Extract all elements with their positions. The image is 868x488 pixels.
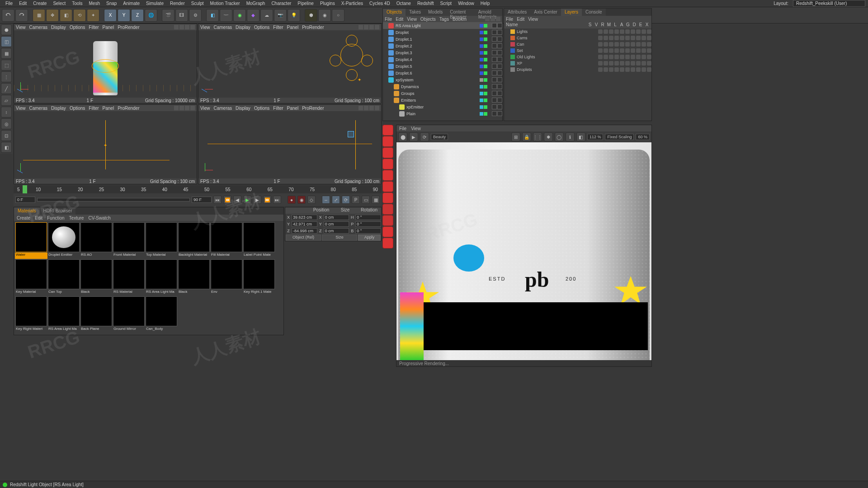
vp-menu-panel[interactable]: Panel xyxy=(103,106,114,111)
timeline-ruler[interactable]: 51015202530354045505560657075808590 xyxy=(14,185,382,193)
material-item[interactable]: Can_Body xyxy=(145,296,178,333)
vp-nav-icon[interactable] xyxy=(185,25,189,29)
prev-frame-button[interactable]: ◀ xyxy=(233,196,241,204)
material-item[interactable]: Key Right Materi xyxy=(15,296,47,333)
size-mode-dropdown[interactable]: Size xyxy=(322,235,357,241)
material-item[interactable]: RS Area Light Ma xyxy=(145,259,178,296)
workplane2-button[interactable]: ◧ xyxy=(1,142,12,153)
tab-console[interactable]: Console xyxy=(582,9,606,16)
viewport-front[interactable]: ViewCamerasDisplayOptionsFilterPanelProR… xyxy=(198,104,382,184)
rv-menu-view[interactable]: View xyxy=(411,126,421,131)
object-row[interactable]: xpEmitter xyxy=(383,103,502,110)
rv-pct-field[interactable]: 60 % xyxy=(636,134,650,140)
vp-nav-icon[interactable] xyxy=(364,25,368,29)
menu-simulate[interactable]: Simulate xyxy=(143,1,166,6)
menu-script[interactable]: Script xyxy=(438,1,455,6)
vp-nav-icon[interactable] xyxy=(185,106,189,110)
vp-menu-filter[interactable]: Filter xyxy=(273,25,283,30)
light-target-circle[interactable] xyxy=(346,69,358,81)
menu-animate[interactable]: Animate xyxy=(120,1,142,6)
live-select-button[interactable]: ▦ xyxy=(33,9,45,22)
vp-nav-icon[interactable] xyxy=(369,25,374,29)
object-tree[interactable]: RS Area LightDropletDroplet.1Droplet.2Dr… xyxy=(383,22,502,122)
material-item[interactable]: Env xyxy=(210,259,243,296)
rs-proxy-button[interactable] xyxy=(382,192,393,203)
vp-menu-view[interactable]: View xyxy=(16,106,26,111)
path-icon[interactable] xyxy=(496,17,500,21)
vp-menu-panel[interactable]: Panel xyxy=(287,106,299,111)
add-cube-button[interactable]: ◧ xyxy=(206,9,219,22)
enable-axis-button[interactable]: ↕ xyxy=(1,107,12,117)
layer-row[interactable]: Can xyxy=(504,41,651,47)
undo-button[interactable] xyxy=(2,9,14,22)
add-camera-button[interactable]: 📷 xyxy=(274,9,287,22)
menu-plugins[interactable]: Plugins xyxy=(317,1,338,6)
filter-icon[interactable] xyxy=(491,17,495,21)
scale-button[interactable]: ◧ xyxy=(60,9,72,22)
material-item[interactable]: Can Top xyxy=(47,259,80,296)
object-row[interactable]: xpSystem xyxy=(383,76,502,83)
add-spline-button[interactable]: 〰 xyxy=(220,9,232,22)
material-item[interactable]: Black xyxy=(178,259,210,296)
material-item[interactable]: Front Material xyxy=(113,222,145,259)
rv-info-button[interactable]: ℹ xyxy=(566,132,575,141)
menu-select[interactable]: Select xyxy=(50,1,68,6)
octane-button[interactable]: ⬢ xyxy=(305,9,317,22)
material-item[interactable]: Water xyxy=(15,222,47,259)
menu-motiontracker[interactable]: Motion Tracker xyxy=(208,1,243,6)
layout-dropdown[interactable]: Redshift_Peekskill (User) xyxy=(793,0,865,7)
h-rot-field[interactable]: 0 ° xyxy=(355,215,381,220)
rs-ipr-button[interactable] xyxy=(382,136,393,147)
object-row[interactable]: Droplet.4 xyxy=(383,56,502,63)
layer-row[interactable]: Lights xyxy=(504,28,651,35)
vp-nav-icon[interactable] xyxy=(179,106,184,110)
vp-menu-display[interactable]: Display xyxy=(236,106,250,111)
light-target-circle[interactable] xyxy=(330,55,341,66)
object-row[interactable]: Groups xyxy=(383,90,502,97)
lastused-button[interactable]: ✦ xyxy=(87,9,99,22)
menu-pipeline[interactable]: Pipeline xyxy=(295,1,316,6)
tab-attributes[interactable]: Attributes xyxy=(504,9,530,16)
vp-nav-icon[interactable] xyxy=(359,25,363,29)
vp-nav-icon[interactable] xyxy=(364,106,368,110)
tab-materials[interactable]: Materials xyxy=(14,207,40,215)
rs-light-button[interactable] xyxy=(382,170,393,181)
vp-nav-icon[interactable] xyxy=(179,25,184,29)
object-row[interactable]: RS Area Light xyxy=(383,22,502,29)
rv-pass-dropdown[interactable]: Beauty xyxy=(431,134,448,140)
obj-menu-bookmarks[interactable]: Bookm xyxy=(453,17,467,22)
light-target-circle[interactable] xyxy=(340,44,363,66)
vp-nav-icon[interactable] xyxy=(174,106,179,110)
search-icon[interactable] xyxy=(485,17,490,21)
play-button[interactable]: ▶ xyxy=(243,196,251,204)
vp-menu-prorender[interactable]: ProRender xyxy=(302,106,324,111)
selection-gizmo[interactable] xyxy=(92,59,119,73)
y-axis-button[interactable]: Y xyxy=(118,9,130,22)
tab-takes[interactable]: Takes xyxy=(406,9,425,16)
y-pos-field[interactable]: 42.971 cm xyxy=(292,221,317,227)
object-row[interactable]: Plain xyxy=(383,110,502,117)
vp-menu-options[interactable]: Options xyxy=(70,25,85,30)
render-settings-button[interactable]: ⚙ xyxy=(189,9,202,22)
object-mode-dropdown[interactable]: Object (Rel) xyxy=(286,235,321,241)
object-row[interactable]: Dynamics xyxy=(383,83,502,90)
p-rot-field[interactable]: 0 ° xyxy=(355,221,381,227)
vp-menu-view[interactable]: View xyxy=(200,25,210,30)
rv-bucket-icon[interactable]: ✱ xyxy=(544,132,553,141)
material-item[interactable]: Back Plane xyxy=(80,296,113,333)
layer-row[interactable]: XP xyxy=(504,60,651,66)
poly-mode-button[interactable]: ▱ xyxy=(1,95,12,106)
vp-nav-icon[interactable] xyxy=(190,25,195,29)
end-frame-field[interactable]: 90 F xyxy=(192,197,212,203)
viewport-perspective[interactable]: View Cameras Display Options Filter Pane… xyxy=(14,23,197,103)
menu-character[interactable]: Character xyxy=(269,1,294,6)
x-axis-button[interactable]: X xyxy=(104,9,117,22)
vp-menu-options[interactable]: Options xyxy=(254,25,269,30)
texture-mode-button[interactable]: ▦ xyxy=(1,48,12,59)
menu-tools[interactable]: Tools xyxy=(69,1,85,6)
object-row[interactable]: Droplet.6 xyxy=(383,70,502,76)
vp-menu-options[interactable]: Options xyxy=(70,106,85,111)
rs-light-button[interactable]: ○ xyxy=(332,9,344,22)
edge-mode-button[interactable]: ╱ xyxy=(1,83,12,94)
selected-light[interactable] xyxy=(348,131,354,137)
